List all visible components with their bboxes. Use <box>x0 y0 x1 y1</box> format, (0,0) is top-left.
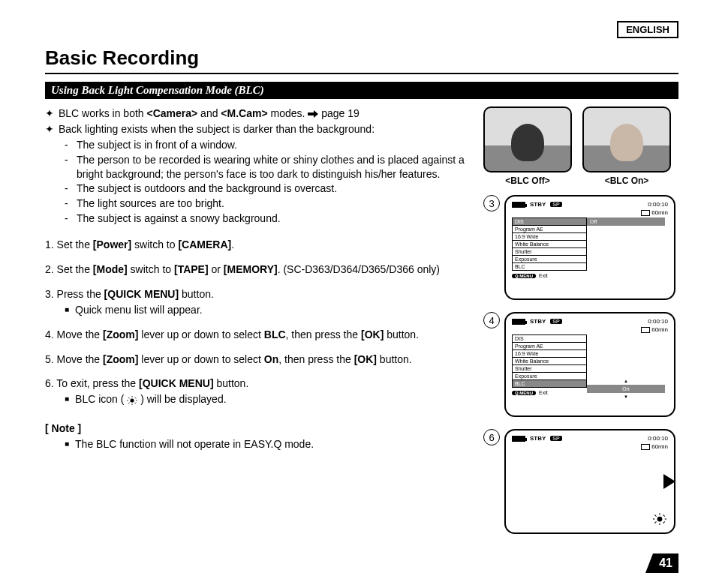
step-6: 6. To exit, press the [QUICK MENU] butto… <box>45 376 468 406</box>
battery-icon <box>512 319 525 325</box>
svg-line-8 <box>135 402 137 404</box>
square-bullet-icon: ■ <box>65 303 69 316</box>
caption-blc-on: <BLC On> <box>582 176 671 186</box>
tape-icon <box>641 444 650 450</box>
osd-screen-6: STBY SP 0:00:10 60min <box>504 429 675 534</box>
intro-line-1: BLC works in both <Camera> and <M.Cam> m… <box>59 106 360 121</box>
dash-item: The light sources are too bright. <box>77 196 224 211</box>
svg-line-17 <box>663 521 665 523</box>
quick-menu-list: DIS Program AE 16:9 Wide White Balance S… <box>512 218 587 271</box>
step-4: 4. Move the [Zoom] lever up or down to s… <box>45 328 468 342</box>
sp-badge: SP <box>550 319 561 324</box>
step-1: 1. Set the [Power] switch to [CAMERA]. <box>45 238 468 252</box>
menu-item: White Balance <box>513 241 586 248</box>
dash-item: The person to be recorded is wearing whi… <box>77 153 468 182</box>
remaining: 60min <box>651 209 668 216</box>
qmenu-badge: Q.MENU <box>512 391 536 395</box>
timecode: 0:00:10 <box>648 201 668 208</box>
svg-point-0 <box>131 398 134 402</box>
step-circle-3: 3 <box>483 195 500 212</box>
caption-blc-off: <BLC Off> <box>483 176 572 186</box>
remaining: 60min <box>651 326 668 333</box>
menu-item: Program AE <box>513 226 586 233</box>
value-bar-on: ▲ On ▼ <box>587 385 665 393</box>
menu-item: DIS <box>513 335 586 343</box>
svg-line-15 <box>663 514 665 516</box>
step-circle-4: 4 <box>483 312 500 328</box>
menu-item: Exposure <box>513 373 586 380</box>
sp-badge: SP <box>550 202 561 207</box>
timecode: 0:00:10 <box>648 318 668 325</box>
blc-icon <box>127 396 137 405</box>
svg-line-14 <box>654 514 656 516</box>
step-2: 2. Set the [Mode] switch to [TAPE] or [M… <box>45 262 468 277</box>
qmenu-badge: Q.MENU <box>512 274 536 278</box>
blc-icon <box>653 513 666 525</box>
exit-label: Exit <box>539 390 548 395</box>
menu-item: White Balance <box>513 358 586 365</box>
battery-icon <box>512 436 525 442</box>
menu-item: Program AE <box>513 343 586 350</box>
note-text: The BLC function will not operate in EAS… <box>75 437 314 452</box>
square-bullet-icon: ■ <box>65 392 69 406</box>
menu-item: 16:9 Wide <box>513 350 586 358</box>
battery-icon <box>512 202 525 208</box>
menu-item: 16:9 Wide <box>513 233 586 241</box>
remaining: 60min <box>651 443 668 450</box>
bullet-icon: ✦ <box>45 106 54 121</box>
menu-item: BLC <box>513 380 586 387</box>
intro-line-2: Back lighting exists when the subject is… <box>59 122 375 136</box>
bullet-icon: ✦ <box>45 122 54 136</box>
svg-line-6 <box>135 397 137 398</box>
step-circle-6: 6 <box>483 429 500 446</box>
svg-line-16 <box>654 521 656 523</box>
step-3: 3. Press the [QUICK MENU] button. ■Quick… <box>45 287 468 317</box>
square-bullet-icon: ■ <box>65 437 69 451</box>
exit-label: Exit <box>539 273 548 278</box>
svg-point-9 <box>657 517 663 522</box>
menu-item: DIS <box>513 218 586 226</box>
language-badge: ENGLISH <box>617 21 678 38</box>
quick-menu-list: DIS Program AE 16:9 Wide White Balance S… <box>512 334 587 388</box>
menu-item: BLC <box>513 263 586 270</box>
figure-blc-on <box>582 106 671 172</box>
figure-blc-off <box>483 106 572 172</box>
value-bar-off: Off <box>587 218 665 226</box>
play-triangle-icon <box>663 474 675 489</box>
figure-column: <BLC Off> <BLC On> 3 STBY SP 0:00:10 60m… <box>483 106 678 546</box>
note-header: [ Note ] <box>45 422 468 436</box>
page-number: 41 <box>653 554 678 573</box>
osd-screen-4: STBY SP 0:00:10 60min DIS Program AE 16:… <box>504 312 675 417</box>
sp-badge: SP <box>550 436 561 441</box>
osd-screen-3: STBY SP 0:00:10 60min DIS Program AE 16:… <box>504 195 675 300</box>
status-stby: STBY <box>530 318 546 325</box>
page-title: Basic Recording <box>45 46 678 74</box>
menu-item: Shutter <box>513 248 586 256</box>
svg-line-7 <box>128 402 130 404</box>
svg-line-5 <box>128 397 130 398</box>
body-text: ✦ BLC works in both <Camera> and <M.Cam>… <box>45 106 468 546</box>
timecode: 0:00:10 <box>648 435 668 442</box>
tape-icon <box>641 210 650 216</box>
tape-icon <box>641 327 650 333</box>
menu-item: Shutter <box>513 365 586 373</box>
status-stby: STBY <box>530 201 546 208</box>
status-stby: STBY <box>530 435 546 442</box>
dash-item: The subject is in front of a window. <box>77 138 237 152</box>
section-header: Using Back Light Compensation Mode (BLC) <box>45 82 678 99</box>
dash-item: The subject is outdoors and the backgrou… <box>77 182 337 196</box>
step-5: 5. Move the [Zoom] lever up or down to s… <box>45 352 468 367</box>
dash-item: The subject is against a snowy backgroun… <box>77 212 281 226</box>
arrow-right-icon <box>308 110 318 118</box>
menu-item: Exposure <box>513 256 586 263</box>
